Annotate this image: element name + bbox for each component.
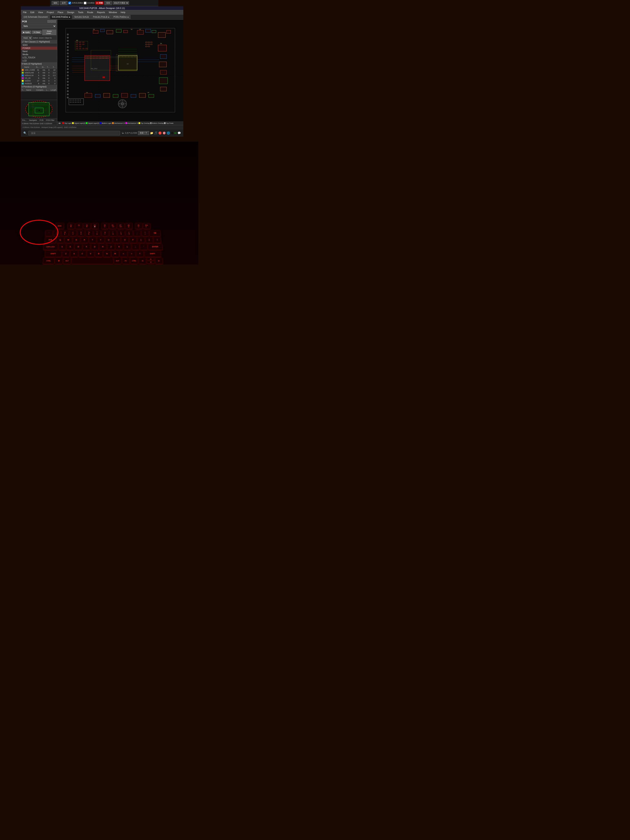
net-class-lcd[interactable]: LCD bbox=[21, 59, 57, 62]
zoom-select[interactable]: 原始尺寸播放 bbox=[113, 1, 129, 5]
key-k[interactable]: K bbox=[115, 243, 123, 250]
net-class-lcd-touch[interactable]: LCD_TOUCH bbox=[21, 56, 57, 59]
key-r[interactable]: R bbox=[81, 237, 88, 243]
key-enter[interactable]: ENTER bbox=[148, 243, 163, 250]
key-e[interactable]: E bbox=[73, 237, 80, 243]
key-rshift[interactable]: SHIFT bbox=[144, 250, 161, 257]
key-space[interactable] bbox=[71, 257, 113, 264]
layer-mech15[interactable]: Mechanical 15 bbox=[125, 122, 138, 124]
zoom-level-button[interactable]: Zoom Level... bbox=[42, 30, 56, 35]
layer-bottom[interactable]: Bottom Layer bbox=[100, 122, 112, 124]
key-4[interactable]: $4 bbox=[77, 230, 85, 236]
key-f5[interactable]: F5⊙ bbox=[101, 223, 108, 229]
key-i[interactable]: I bbox=[113, 237, 120, 243]
key-right[interactable]: ▷ bbox=[155, 257, 163, 264]
key-fn[interactable]: Fn bbox=[122, 257, 130, 264]
key-f8[interactable]: F8◫ bbox=[125, 223, 132, 229]
key-f10[interactable]: F10◻ bbox=[143, 223, 150, 229]
key-m[interactable]: M bbox=[112, 250, 119, 257]
key-a[interactable]: A bbox=[58, 243, 66, 250]
net-class-power[interactable]: POWER bbox=[21, 47, 57, 50]
key-f2[interactable]: F2↔ bbox=[75, 223, 82, 229]
table-row[interactable]: AVDD25 8 n/a 0 0 Net is Hi... bbox=[21, 82, 57, 85]
tab-schlib[interactable]: SchLib1.SchLib bbox=[73, 15, 91, 19]
key-rctrl[interactable]: CTRL bbox=[130, 257, 138, 264]
panel-minimize[interactable] bbox=[47, 20, 50, 23]
key-c[interactable]: C bbox=[79, 250, 86, 257]
key-f6[interactable]: F6◁◁ bbox=[109, 223, 117, 229]
layer-nav-arrows[interactable]: ◀▶ bbox=[58, 122, 61, 124]
panel-tab-pcb[interactable]: PCB bbox=[38, 118, 45, 122]
key-comma[interactable]: < bbox=[120, 250, 127, 257]
key-b[interactable]: B bbox=[95, 250, 103, 257]
key-f3[interactable]: F3⊗ bbox=[83, 223, 91, 229]
key-lshift[interactable]: SHIFT bbox=[45, 250, 62, 257]
layer-bottom-overlay[interactable]: Bottom Overlay bbox=[150, 122, 164, 124]
key-w[interactable]: W bbox=[65, 237, 72, 243]
tab-schematic[interactable]: (10) Schematic Document bbox=[22, 15, 50, 19]
key-f4[interactable]: F4🔇 bbox=[91, 223, 98, 229]
key-rbracket[interactable]: ] bbox=[145, 237, 153, 243]
mask-dropdown[interactable]: Mask bbox=[22, 36, 32, 39]
key-s[interactable]: S bbox=[66, 243, 74, 250]
key-ctrl[interactable]: CTRL bbox=[43, 257, 54, 264]
menu-place[interactable]: Place bbox=[57, 11, 65, 14]
key-p[interactable]: P bbox=[129, 237, 137, 243]
key-o[interactable]: O bbox=[121, 237, 129, 243]
tab-pcblib[interactable]: PcbLib1.PcbLib ● bbox=[91, 15, 111, 19]
layer-mech13[interactable]: Mechanical 13 bbox=[112, 122, 125, 124]
key-d[interactable]: D bbox=[74, 243, 82, 250]
key-1[interactable]: !1 bbox=[53, 230, 61, 236]
menu-file[interactable]: File bbox=[22, 11, 28, 14]
key-capslock[interactable]: CAPS LOCK bbox=[43, 243, 58, 250]
table-row[interactable]: VDDALIVE 5 n/a 0 2.3 Net is Hi... bbox=[21, 71, 57, 74]
menu-edit[interactable]: Edit bbox=[29, 11, 36, 14]
panel-tab-navigator[interactable]: Navigator bbox=[28, 118, 38, 122]
key-up[interactable]: △ bbox=[147, 257, 154, 261]
shrink-btn[interactable]: 缩放 bbox=[104, 1, 112, 5]
key-tab[interactable]: TAB bbox=[44, 237, 56, 243]
key-equals[interactable]: += bbox=[142, 230, 149, 236]
menu-project[interactable]: Project bbox=[46, 11, 55, 14]
key-y[interactable]: Y bbox=[97, 237, 104, 243]
key-z[interactable]: Z bbox=[62, 250, 70, 257]
key-down[interactable]: ▽ bbox=[147, 261, 155, 264]
panel-close[interactable] bbox=[53, 20, 56, 23]
key-n[interactable]: N bbox=[103, 250, 111, 257]
panel-tab-pro[interactable]: Pro... bbox=[21, 118, 28, 122]
key-left[interactable]: ◁ bbox=[139, 257, 146, 264]
key-j[interactable]: J bbox=[107, 243, 115, 250]
select-label[interactable]: Select bbox=[33, 37, 38, 39]
key-v[interactable]: V bbox=[87, 250, 94, 257]
key-0[interactable]: )0 bbox=[125, 230, 133, 236]
clear-ex-label[interactable]: Clear Ex bbox=[44, 37, 52, 39]
key-esc[interactable]: ESC bbox=[55, 223, 64, 229]
btn-top-1[interactable]: 编辑 bbox=[52, 1, 59, 5]
table-row[interactable]: VDDA3.3V 5 n/a 0 2.3 Net is Hi... bbox=[21, 74, 57, 77]
key-f1[interactable]: F1⊕ bbox=[67, 223, 74, 229]
table-row[interactable]: VDD_CORE_3 31 n/a 0 10 Net is Hi... bbox=[21, 69, 57, 71]
key-g[interactable]: G bbox=[91, 243, 98, 250]
key-backtick[interactable]: ` bbox=[45, 230, 52, 236]
panel-maximize[interactable] bbox=[51, 20, 53, 23]
tab-pcb[interactable]: S3C2440.PcbDoc ● bbox=[50, 15, 72, 19]
layer-signal2[interactable]: Signal Layer(2) bbox=[72, 122, 85, 124]
nets-dropdown[interactable]: Nets bbox=[22, 24, 56, 28]
key-backslash[interactable]: \ bbox=[153, 237, 161, 243]
table-row[interactable]: VO_33 6 n/a 0 0 Net is Hi... bbox=[21, 77, 57, 80]
taskbar-search-input[interactable] bbox=[28, 131, 120, 136]
tab-pcb1[interactable]: PCB1.PcbDoc ● bbox=[112, 15, 131, 19]
key-slash[interactable]: ? bbox=[136, 250, 144, 257]
layer-signal5[interactable]: Signal Layer(5) bbox=[86, 122, 99, 124]
menu-view[interactable]: View bbox=[37, 11, 44, 14]
key-f[interactable]: F bbox=[83, 243, 90, 250]
key-u[interactable]: U bbox=[105, 237, 112, 243]
layer-top[interactable]: Top Layer bbox=[62, 122, 72, 124]
key-semicolon[interactable]: ; bbox=[132, 243, 139, 250]
key-q[interactable]: Q bbox=[57, 237, 64, 243]
panel-tab-filter[interactable]: PCB Filter bbox=[45, 118, 56, 122]
btn-top-2[interactable]: 监理 bbox=[60, 1, 68, 5]
net-class-nand[interactable]: Nand bbox=[21, 50, 57, 53]
menu-design[interactable]: Design bbox=[66, 11, 76, 14]
key-2[interactable]: @2 bbox=[61, 230, 69, 236]
